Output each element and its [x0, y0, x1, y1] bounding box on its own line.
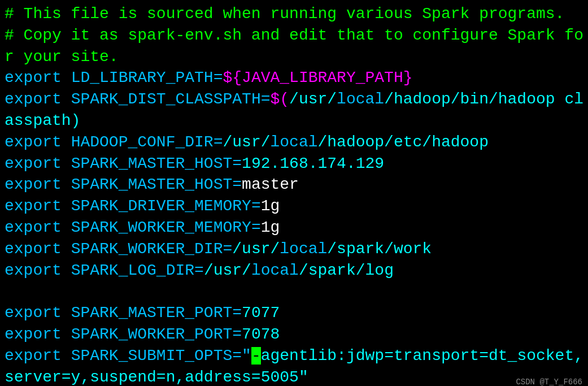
- line1: # This file is sourced when running vari…: [5, 3, 583, 25]
- line5: export HADOOP_CONF_DIR=/usr/local/hadoop…: [5, 132, 583, 153]
- line14: export SPARK_WORKER_PORT=7078: [5, 324, 583, 345]
- line15: export SPARK_SUBMIT_OPTS="-agentlib:jdwp…: [5, 345, 583, 386]
- line12: [5, 281, 583, 302]
- code-container: # This file is sourced when running vari…: [0, 0, 588, 386]
- line6: export SPARK_MASTER_HOST=192.168.174.129: [5, 153, 583, 175]
- line13: export SPARK_MASTER_PORT=7077: [5, 302, 583, 324]
- line8: export SPARK_DRIVER_MEMORY=1g: [5, 196, 583, 217]
- lines-container: # This file is sourced when running vari…: [5, 3, 583, 386]
- line9: export SPARK_WORKER_MEMORY=1g: [5, 217, 583, 238]
- line7: export SPARK_MASTER_HOST=master: [5, 174, 583, 196]
- watermark: CSDN @T_Y_F666: [516, 377, 582, 386]
- line3: export LD_LIBRARY_PATH=${JAVA_LIBRARY_PA…: [5, 67, 583, 89]
- line10: export SPARK_WORKER_DIR=/usr/local/spark…: [5, 238, 583, 260]
- line11: export SPARK_LOG_DIR=/usr/local/spark/lo…: [5, 260, 583, 281]
- line4: export SPARK_DIST_CLASSPATH=$(/usr/local…: [5, 89, 583, 132]
- line2: # Copy it as spark-env.sh and edit that …: [5, 25, 583, 68]
